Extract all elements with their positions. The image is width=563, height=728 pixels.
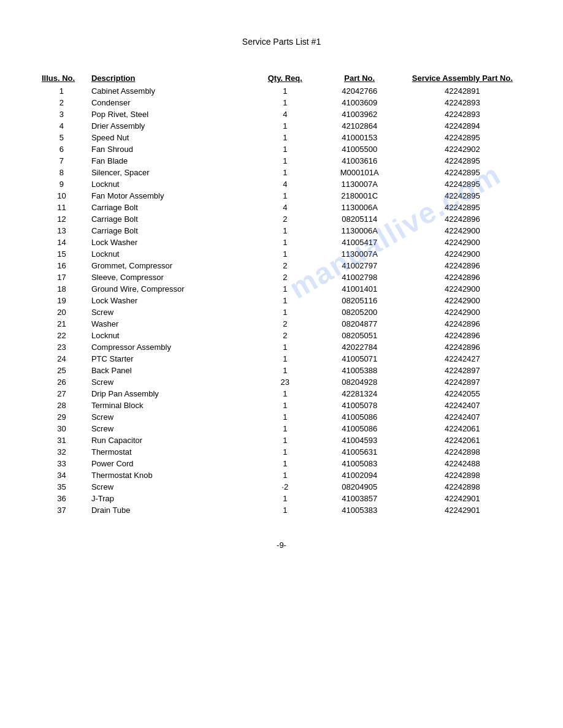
- cell-qty: 1: [250, 237, 321, 248]
- cell-qty: 23: [250, 376, 321, 388]
- cell-description: Locknut: [86, 248, 250, 260]
- cell-description: Screw: [86, 306, 250, 318]
- cell-description: Terminal Block: [86, 400, 250, 411]
- cell-description: Cabinet Assembly: [86, 85, 250, 97]
- cell-illus-no: 21: [37, 318, 86, 330]
- cell-description: Power Cord: [86, 458, 250, 469]
- cell-illus-no: 35: [37, 481, 86, 493]
- cell-description: Drier Assembly: [86, 120, 250, 132]
- cell-part-no: 41005388: [321, 365, 399, 376]
- cell-svc-part-no: 42242896: [399, 260, 526, 271]
- cell-description: Washer: [86, 318, 250, 330]
- cell-description: Silencer, Spacer: [86, 167, 250, 178]
- cell-qty: 1: [250, 295, 321, 306]
- cell-description: Fan Shroud: [86, 143, 250, 155]
- cell-description: Compressor Assembly: [86, 341, 250, 353]
- cell-qty: 1: [250, 423, 321, 434]
- cell-part-no: 41001401: [321, 283, 399, 295]
- cell-illus-no: 28: [37, 400, 86, 411]
- cell-description: Run Capacitor: [86, 434, 250, 446]
- table-row: 2Condenser14100360942242893: [37, 97, 526, 108]
- cell-svc-part-no: 42242901: [399, 504, 526, 516]
- col-header-part: Part No.: [321, 71, 399, 85]
- cell-description: J-Trap: [86, 493, 250, 504]
- cell-part-no: 41005083: [321, 458, 399, 469]
- cell-qty: 1: [250, 388, 321, 400]
- cell-illus-no: 34: [37, 469, 86, 481]
- table-row: 8Silencer, Spacer1M000101A42242895: [37, 167, 526, 178]
- cell-illus-no: 19: [37, 295, 86, 306]
- cell-illus-no: 20: [37, 306, 86, 318]
- cell-illus-no: 17: [37, 271, 86, 283]
- cell-svc-part-no: 42242898: [399, 481, 526, 493]
- cell-description: Screw: [86, 481, 250, 493]
- table-row: 31Run Capacitor14100459342242061: [37, 434, 526, 446]
- cell-part-no: 41003616: [321, 155, 399, 167]
- page-container: Service Parts List #1 manuallive.com Ill…: [0, 0, 563, 728]
- cell-svc-part-no: 42242895: [399, 167, 526, 178]
- table-row: 1Cabinet Assembly14204276642242891: [37, 85, 526, 97]
- cell-svc-part-no: 42242891: [399, 85, 526, 97]
- cell-description: Carriage Bolt: [86, 225, 250, 237]
- cell-part-no: 41005086: [321, 423, 399, 434]
- cell-description: Thermostat: [86, 446, 250, 458]
- cell-description: Carriage Bolt: [86, 213, 250, 225]
- cell-part-no: 2180001C: [321, 190, 399, 202]
- cell-qty: 4: [250, 108, 321, 120]
- cell-svc-part-no: 42242902: [399, 143, 526, 155]
- cell-qty: 2: [250, 330, 321, 341]
- cell-qty: 1: [250, 458, 321, 469]
- cell-part-no: 41005383: [321, 504, 399, 516]
- cell-qty: 1: [250, 446, 321, 458]
- table-row: 19Lock Washer10820511642242900: [37, 295, 526, 306]
- cell-illus-no: 27: [37, 388, 86, 400]
- cell-part-no: 41004593: [321, 434, 399, 446]
- cell-qty: ·2: [250, 481, 321, 493]
- cell-illus-no: 5: [37, 132, 86, 143]
- table-row: 9Locknut41130007A42242895: [37, 178, 526, 190]
- cell-svc-part-no: 42242895: [399, 190, 526, 202]
- cell-description: Thermostat Knob: [86, 469, 250, 481]
- table-row: 26Screw230820492842242897: [37, 376, 526, 388]
- cell-illus-no: 11: [37, 202, 86, 213]
- cell-svc-part-no: 42242894: [399, 120, 526, 132]
- cell-part-no: 08204877: [321, 318, 399, 330]
- table-row: 35Screw·20820490542242898: [37, 481, 526, 493]
- cell-description: Drain Tube: [86, 504, 250, 516]
- cell-qty: 1: [250, 97, 321, 108]
- cell-qty: 1: [250, 120, 321, 132]
- cell-part-no: 1130006A: [321, 202, 399, 213]
- cell-part-no: 1130006A: [321, 225, 399, 237]
- cell-description: Screw: [86, 376, 250, 388]
- cell-svc-part-no: 42242898: [399, 446, 526, 458]
- cell-qty: 2: [250, 271, 321, 283]
- cell-qty: 1: [250, 248, 321, 260]
- table-row: 18Ground Wire, Compressor141001401422429…: [37, 283, 526, 295]
- title-text: Service Parts List #1: [242, 37, 321, 47]
- table-row: 5Speed Nut14100015342242895: [37, 132, 526, 143]
- cell-svc-part-no: 42242896: [399, 271, 526, 283]
- table-row: 25Back Panel14100538842242897: [37, 365, 526, 376]
- cell-illus-no: 31: [37, 434, 86, 446]
- cell-svc-part-no: 42242061: [399, 434, 526, 446]
- cell-illus-no: 23: [37, 341, 86, 353]
- cell-svc-part-no: 42242898: [399, 469, 526, 481]
- cell-illus-no: 25: [37, 365, 86, 376]
- cell-svc-part-no: 42242900: [399, 225, 526, 237]
- cell-illus-no: 32: [37, 446, 86, 458]
- table-row: 4Drier Assembly14210286442242894: [37, 120, 526, 132]
- cell-qty: 1: [250, 143, 321, 155]
- cell-part-no: 42022784: [321, 341, 399, 353]
- cell-illus-no: 4: [37, 120, 86, 132]
- cell-description: Fan Blade: [86, 155, 250, 167]
- cell-svc-part-no: 42242055: [399, 388, 526, 400]
- cell-svc-part-no: 42242896: [399, 213, 526, 225]
- col-header-svc: Service Assembly Part No.: [399, 71, 526, 85]
- cell-part-no: 1130007A: [321, 178, 399, 190]
- cell-illus-no: 14: [37, 237, 86, 248]
- cell-svc-part-no: 42242900: [399, 306, 526, 318]
- cell-part-no: 42281324: [321, 388, 399, 400]
- cell-part-no: 41005500: [321, 143, 399, 155]
- cell-description: Pop Rivet, Steel: [86, 108, 250, 120]
- table-row: 3Pop Rivet, Steel44100396242242893: [37, 108, 526, 120]
